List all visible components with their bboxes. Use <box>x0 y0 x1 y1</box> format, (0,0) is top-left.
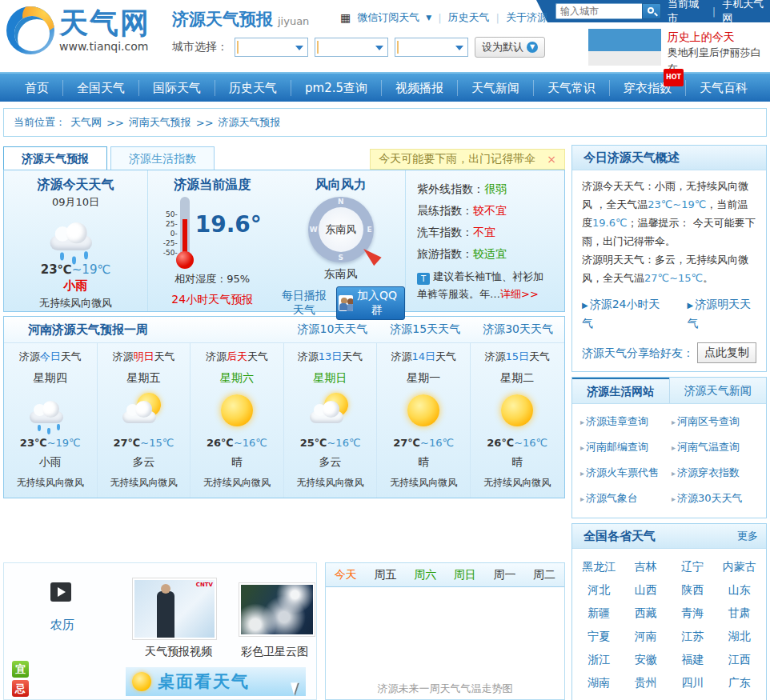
province-link[interactable]: 贵州 <box>623 671 670 694</box>
nav-news[interactable]: 天气新闻 <box>458 80 534 96</box>
province-link[interactable]: 青海 <box>669 602 716 625</box>
province-link[interactable]: 海南 <box>669 694 716 700</box>
overview-link-24h[interactable]: ▶济源24小时天气 <box>582 295 666 333</box>
life-link[interactable]: ▸河南气温查询 <box>672 434 763 460</box>
yi-badge[interactable]: 宜 <box>12 661 29 678</box>
nav-pm25[interactable]: pm2.5查询 <box>291 80 382 96</box>
nav-history-weather[interactable]: 历史天气 <box>215 80 291 96</box>
weather-video-thumbnail[interactable]: CNTV <box>132 578 217 640</box>
about-city-link[interactable]: 关于济源 <box>506 10 547 25</box>
daily-broadcast-link[interactable]: 每日播报天气 <box>277 289 332 318</box>
province-link[interactable]: 陕西 <box>669 578 716 602</box>
today-high: 23℃ <box>41 262 72 277</box>
mobile-site-link[interactable]: 手机天气网 <box>722 0 770 26</box>
nav-encyclopedia[interactable]: 天气百科 <box>686 80 761 96</box>
nav-home[interactable]: 首页 <box>11 80 63 96</box>
nav-international-weather[interactable]: 国际天气 <box>139 80 215 96</box>
site-logo[interactable]: 天气网 www.tianqi.com <box>6 6 150 54</box>
forecast-day-1: 济源明日天气 星期五 27℃~15℃ 多云 无持续风向微风 <box>98 343 191 498</box>
desktop-weather-banner[interactable]: 桌面看天气 <box>126 667 306 696</box>
trend-tab-fri[interactable]: 周五 <box>374 568 396 582</box>
nav-knowledge[interactable]: 天气常识 <box>534 80 610 96</box>
city-select[interactable] <box>315 38 388 57</box>
province-link[interactable]: 黑龙江 <box>575 555 623 578</box>
trend-tab-sat[interactable]: 周六 <box>414 568 436 582</box>
today-condition: 小雨 <box>4 278 147 294</box>
province-link[interactable]: 湖北 <box>716 625 764 648</box>
nav-dressing-index[interactable]: 穿衣指数 HOT <box>610 80 686 96</box>
life-link[interactable]: ▸济源火车票代售 <box>580 460 672 486</box>
join-qq-button[interactable]: 加入QQ群 <box>336 286 405 320</box>
province-link[interactable]: 台湾 <box>716 694 764 700</box>
history-weather-link[interactable]: 历史天气 <box>448 10 490 25</box>
province-link[interactable]: 辽宁 <box>669 555 716 578</box>
search-button[interactable] <box>642 3 661 19</box>
breadcrumb-city[interactable]: 济源天气预报 <box>219 115 281 130</box>
trend-tab-sun[interactable]: 周日 <box>454 568 476 582</box>
life-link[interactable]: ▸济源穿衣指数 <box>672 460 763 486</box>
province-link[interactable]: 吉林 <box>623 555 670 578</box>
qrcode-icon: ▦ <box>340 11 351 24</box>
trend-tab-tue[interactable]: 周二 <box>533 568 555 582</box>
search-input[interactable] <box>555 3 642 19</box>
link-30day[interactable]: 济源30天天气 <box>483 322 553 337</box>
current-city-link[interactable]: 当前城市 <box>668 0 706 26</box>
video-caption[interactable]: 天气预报视频 <box>145 645 212 659</box>
nav-video[interactable]: 视频播报 <box>382 80 458 96</box>
satellite-caption[interactable]: 彩色卫星云图 <box>241 645 308 659</box>
province-link[interactable]: 江苏 <box>669 625 716 648</box>
county-select[interactable] <box>395 38 468 57</box>
breadcrumb-home[interactable]: 天气网 <box>70 115 102 130</box>
province-select[interactable] <box>235 38 308 57</box>
lunar-calendar-link[interactable]: 农历 <box>50 618 74 633</box>
life-link[interactable]: ▸河南区号查询 <box>672 409 763 434</box>
life-link[interactable]: ▸河南邮编查询 <box>580 434 672 460</box>
province-link[interactable]: 内蒙古 <box>716 555 764 578</box>
province-link[interactable]: 四川 <box>669 671 716 694</box>
province-link[interactable]: 新疆 <box>575 602 623 625</box>
close-icon[interactable]: × <box>547 153 556 166</box>
tab-life-index[interactable]: 济源生活指数 <box>110 146 215 170</box>
life-link[interactable]: ▸济源气象台 <box>580 486 672 511</box>
wechat-subscribe-link[interactable]: 微信订阅天气 <box>357 10 419 25</box>
ji-badge[interactable]: 忌 <box>12 680 29 697</box>
province-link[interactable]: 江西 <box>716 648 764 671</box>
link-24h-forecast[interactable]: 24小时天气预报 <box>171 293 253 307</box>
province-link[interactable]: 广东 <box>716 671 764 694</box>
clothing-more-link[interactable]: 详细>> <box>500 288 539 300</box>
breadcrumb-province[interactable]: 河南天气预报 <box>129 115 191 130</box>
nav-national-weather[interactable]: 全国天气 <box>63 80 139 96</box>
province-link[interactable]: 河北 <box>575 578 623 602</box>
province-link[interactable]: 湖南 <box>575 671 623 694</box>
tab-life-sites[interactable]: 济源生活网站 <box>572 378 669 403</box>
tab-weather-forecast[interactable]: 济源天气预报 <box>3 146 107 170</box>
set-default-button[interactable]: 设为默认 ▼ <box>475 37 545 58</box>
more-link[interactable]: 更多 <box>737 529 758 543</box>
play-icon[interactable] <box>50 582 71 602</box>
link-15day[interactable]: 济源15天天气 <box>390 322 460 337</box>
province-link[interactable]: 浙江 <box>575 648 623 671</box>
overview-link-tomorrow[interactable]: ▶济源明天天气 <box>687 295 758 333</box>
history-today-title[interactable]: 历史上的今天 <box>668 29 770 45</box>
satellite-thumbnail[interactable] <box>239 582 315 637</box>
province-link[interactable]: 福建 <box>669 648 716 671</box>
province-link[interactable]: 甘肃 <box>716 602 764 625</box>
trend-tab-mon[interactable]: 周一 <box>493 568 515 582</box>
history-today-thumbnail[interactable] <box>588 29 661 66</box>
province-link[interactable]: 西藏 <box>623 602 670 625</box>
province-link[interactable]: 安徽 <box>623 648 670 671</box>
copy-button[interactable]: 点此复制 <box>697 342 756 363</box>
city-select-label: 城市选择： <box>172 40 228 54</box>
province-link[interactable]: 广西 <box>623 694 670 700</box>
trend-tab-today[interactable]: 今天 <box>335 568 357 582</box>
province-link[interactable]: 山东 <box>716 578 764 602</box>
tab-weather-news[interactable]: 济源天气新闻 <box>669 378 767 403</box>
province-link[interactable]: 河南 <box>623 625 670 648</box>
partly-cloudy-icon <box>121 393 166 428</box>
province-link[interactable]: 山西 <box>623 578 670 602</box>
province-link[interactable]: 宁夏 <box>575 625 623 648</box>
link-10day[interactable]: 济源10天天气 <box>298 322 368 337</box>
life-link[interactable]: ▸济源30天天气 <box>672 486 763 511</box>
life-link[interactable]: ▸济源违章查询 <box>580 409 672 434</box>
province-link[interactable]: 云南 <box>575 694 623 700</box>
